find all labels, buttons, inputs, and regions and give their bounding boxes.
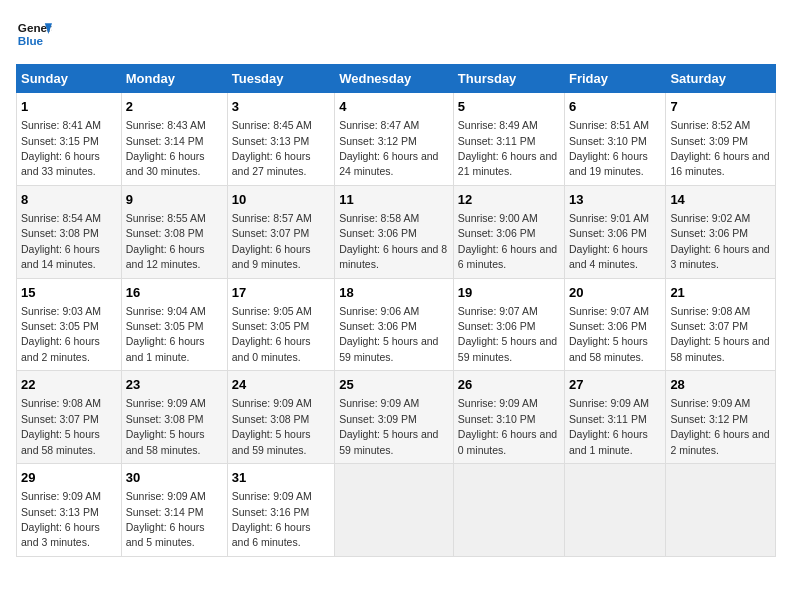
day-number: 14 bbox=[670, 191, 771, 209]
day-number: 17 bbox=[232, 284, 330, 302]
calendar-cell: 4Sunrise: 8:47 AMSunset: 3:12 PMDaylight… bbox=[335, 93, 454, 186]
day-number: 16 bbox=[126, 284, 223, 302]
day-info: Sunrise: 9:09 AMSunset: 3:08 PMDaylight:… bbox=[232, 397, 312, 455]
day-number: 24 bbox=[232, 376, 330, 394]
day-info: Sunrise: 8:51 AMSunset: 3:10 PMDaylight:… bbox=[569, 119, 649, 177]
calendar-cell: 17Sunrise: 9:05 AMSunset: 3:05 PMDayligh… bbox=[227, 278, 334, 371]
day-info: Sunrise: 9:03 AMSunset: 3:05 PMDaylight:… bbox=[21, 305, 101, 363]
day-info: Sunrise: 8:41 AMSunset: 3:15 PMDaylight:… bbox=[21, 119, 101, 177]
calendar-cell: 20Sunrise: 9:07 AMSunset: 3:06 PMDayligh… bbox=[565, 278, 666, 371]
day-number: 5 bbox=[458, 98, 560, 116]
calendar-cell: 22Sunrise: 9:08 AMSunset: 3:07 PMDayligh… bbox=[17, 371, 122, 464]
day-info: Sunrise: 9:05 AMSunset: 3:05 PMDaylight:… bbox=[232, 305, 312, 363]
day-number: 13 bbox=[569, 191, 661, 209]
day-number: 21 bbox=[670, 284, 771, 302]
calendar-cell: 5Sunrise: 8:49 AMSunset: 3:11 PMDaylight… bbox=[453, 93, 564, 186]
day-info: Sunrise: 8:52 AMSunset: 3:09 PMDaylight:… bbox=[670, 119, 769, 177]
day-number: 29 bbox=[21, 469, 117, 487]
page-header: General Blue bbox=[16, 16, 776, 52]
day-number: 2 bbox=[126, 98, 223, 116]
calendar-cell bbox=[666, 464, 776, 557]
calendar-cell bbox=[335, 464, 454, 557]
svg-text:Blue: Blue bbox=[18, 34, 44, 47]
day-info: Sunrise: 8:54 AMSunset: 3:08 PMDaylight:… bbox=[21, 212, 101, 270]
dow-header-saturday: Saturday bbox=[666, 65, 776, 93]
calendar-cell: 24Sunrise: 9:09 AMSunset: 3:08 PMDayligh… bbox=[227, 371, 334, 464]
dow-header-monday: Monday bbox=[121, 65, 227, 93]
day-info: Sunrise: 9:09 AMSunset: 3:16 PMDaylight:… bbox=[232, 490, 312, 548]
calendar-cell: 7Sunrise: 8:52 AMSunset: 3:09 PMDaylight… bbox=[666, 93, 776, 186]
day-info: Sunrise: 8:55 AMSunset: 3:08 PMDaylight:… bbox=[126, 212, 206, 270]
day-number: 15 bbox=[21, 284, 117, 302]
day-info: Sunrise: 9:06 AMSunset: 3:06 PMDaylight:… bbox=[339, 305, 438, 363]
day-info: Sunrise: 8:43 AMSunset: 3:14 PMDaylight:… bbox=[126, 119, 206, 177]
calendar-week-2: 8Sunrise: 8:54 AMSunset: 3:08 PMDaylight… bbox=[17, 185, 776, 278]
calendar-cell: 9Sunrise: 8:55 AMSunset: 3:08 PMDaylight… bbox=[121, 185, 227, 278]
day-info: Sunrise: 8:47 AMSunset: 3:12 PMDaylight:… bbox=[339, 119, 438, 177]
day-info: Sunrise: 9:09 AMSunset: 3:08 PMDaylight:… bbox=[126, 397, 206, 455]
calendar-cell: 25Sunrise: 9:09 AMSunset: 3:09 PMDayligh… bbox=[335, 371, 454, 464]
day-info: Sunrise: 8:49 AMSunset: 3:11 PMDaylight:… bbox=[458, 119, 557, 177]
calendar-cell: 30Sunrise: 9:09 AMSunset: 3:14 PMDayligh… bbox=[121, 464, 227, 557]
day-number: 11 bbox=[339, 191, 449, 209]
day-number: 12 bbox=[458, 191, 560, 209]
dow-header-friday: Friday bbox=[565, 65, 666, 93]
day-info: Sunrise: 9:09 AMSunset: 3:12 PMDaylight:… bbox=[670, 397, 769, 455]
day-number: 4 bbox=[339, 98, 449, 116]
day-info: Sunrise: 9:00 AMSunset: 3:06 PMDaylight:… bbox=[458, 212, 557, 270]
calendar-cell: 3Sunrise: 8:45 AMSunset: 3:13 PMDaylight… bbox=[227, 93, 334, 186]
calendar-cell: 27Sunrise: 9:09 AMSunset: 3:11 PMDayligh… bbox=[565, 371, 666, 464]
day-number: 27 bbox=[569, 376, 661, 394]
calendar-cell: 28Sunrise: 9:09 AMSunset: 3:12 PMDayligh… bbox=[666, 371, 776, 464]
calendar-cell: 6Sunrise: 8:51 AMSunset: 3:10 PMDaylight… bbox=[565, 93, 666, 186]
day-number: 8 bbox=[21, 191, 117, 209]
calendar-week-4: 22Sunrise: 9:08 AMSunset: 3:07 PMDayligh… bbox=[17, 371, 776, 464]
day-info: Sunrise: 9:02 AMSunset: 3:06 PMDaylight:… bbox=[670, 212, 769, 270]
day-number: 18 bbox=[339, 284, 449, 302]
calendar-cell bbox=[453, 464, 564, 557]
calendar-cell: 19Sunrise: 9:07 AMSunset: 3:06 PMDayligh… bbox=[453, 278, 564, 371]
calendar-body: 1Sunrise: 8:41 AMSunset: 3:15 PMDaylight… bbox=[17, 93, 776, 557]
logo: General Blue bbox=[16, 16, 52, 52]
day-info: Sunrise: 9:09 AMSunset: 3:13 PMDaylight:… bbox=[21, 490, 101, 548]
day-number: 20 bbox=[569, 284, 661, 302]
day-info: Sunrise: 8:57 AMSunset: 3:07 PMDaylight:… bbox=[232, 212, 312, 270]
day-number: 25 bbox=[339, 376, 449, 394]
day-info: Sunrise: 9:07 AMSunset: 3:06 PMDaylight:… bbox=[458, 305, 557, 363]
dow-header-thursday: Thursday bbox=[453, 65, 564, 93]
day-info: Sunrise: 8:58 AMSunset: 3:06 PMDaylight:… bbox=[339, 212, 447, 270]
day-number: 26 bbox=[458, 376, 560, 394]
day-info: Sunrise: 9:04 AMSunset: 3:05 PMDaylight:… bbox=[126, 305, 206, 363]
day-info: Sunrise: 8:45 AMSunset: 3:13 PMDaylight:… bbox=[232, 119, 312, 177]
day-info: Sunrise: 9:09 AMSunset: 3:10 PMDaylight:… bbox=[458, 397, 557, 455]
calendar-table: SundayMondayTuesdayWednesdayThursdayFrid… bbox=[16, 64, 776, 557]
days-of-week-row: SundayMondayTuesdayWednesdayThursdayFrid… bbox=[17, 65, 776, 93]
calendar-cell: 23Sunrise: 9:09 AMSunset: 3:08 PMDayligh… bbox=[121, 371, 227, 464]
day-info: Sunrise: 9:09 AMSunset: 3:09 PMDaylight:… bbox=[339, 397, 438, 455]
calendar-cell: 11Sunrise: 8:58 AMSunset: 3:06 PMDayligh… bbox=[335, 185, 454, 278]
calendar-cell: 2Sunrise: 8:43 AMSunset: 3:14 PMDaylight… bbox=[121, 93, 227, 186]
day-number: 1 bbox=[21, 98, 117, 116]
day-number: 23 bbox=[126, 376, 223, 394]
calendar-week-5: 29Sunrise: 9:09 AMSunset: 3:13 PMDayligh… bbox=[17, 464, 776, 557]
day-number: 31 bbox=[232, 469, 330, 487]
calendar-cell: 13Sunrise: 9:01 AMSunset: 3:06 PMDayligh… bbox=[565, 185, 666, 278]
calendar-week-1: 1Sunrise: 8:41 AMSunset: 3:15 PMDaylight… bbox=[17, 93, 776, 186]
day-number: 10 bbox=[232, 191, 330, 209]
calendar-cell: 1Sunrise: 8:41 AMSunset: 3:15 PMDaylight… bbox=[17, 93, 122, 186]
day-number: 6 bbox=[569, 98, 661, 116]
day-info: Sunrise: 9:01 AMSunset: 3:06 PMDaylight:… bbox=[569, 212, 649, 270]
calendar-cell: 26Sunrise: 9:09 AMSunset: 3:10 PMDayligh… bbox=[453, 371, 564, 464]
calendar-cell: 10Sunrise: 8:57 AMSunset: 3:07 PMDayligh… bbox=[227, 185, 334, 278]
day-info: Sunrise: 9:08 AMSunset: 3:07 PMDaylight:… bbox=[670, 305, 769, 363]
day-info: Sunrise: 9:08 AMSunset: 3:07 PMDaylight:… bbox=[21, 397, 101, 455]
day-number: 7 bbox=[670, 98, 771, 116]
calendar-cell bbox=[565, 464, 666, 557]
day-number: 22 bbox=[21, 376, 117, 394]
dow-header-tuesday: Tuesday bbox=[227, 65, 334, 93]
day-number: 28 bbox=[670, 376, 771, 394]
day-number: 19 bbox=[458, 284, 560, 302]
dow-header-wednesday: Wednesday bbox=[335, 65, 454, 93]
calendar-cell: 18Sunrise: 9:06 AMSunset: 3:06 PMDayligh… bbox=[335, 278, 454, 371]
day-number: 3 bbox=[232, 98, 330, 116]
